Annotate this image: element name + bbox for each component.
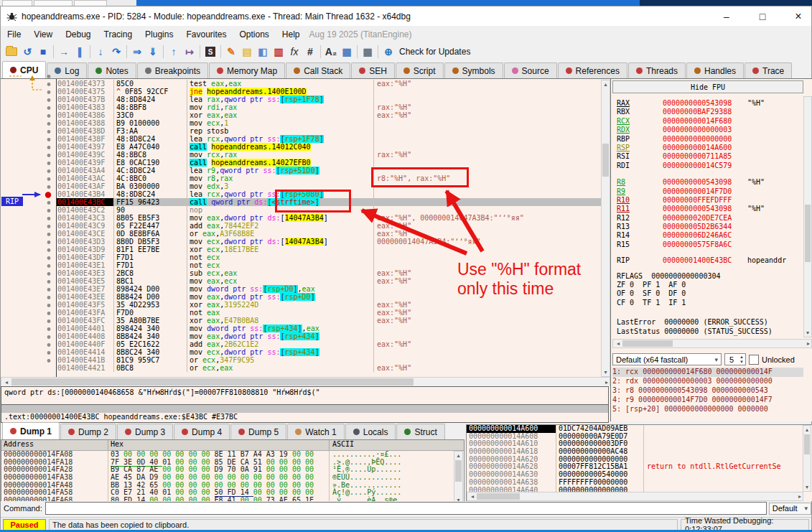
disasm-row[interactable]: 001400E439FE8 0CAC190call hopeanddreams.… [1, 159, 601, 167]
tab-handles[interactable]: Handles [686, 62, 744, 78]
register-flags-line[interactable]: OF 0 SF 0 DF 0 [617, 289, 805, 298]
dump-header-ascii[interactable]: ASCII [329, 440, 464, 450]
dump-vscrollbar[interactable]: ▴ ▾ [454, 451, 463, 505]
execute-return-icon[interactable]: ↑ [166, 45, 182, 59]
spinner-arrows-icon[interactable]: ▲▼ [738, 355, 745, 365]
register-row[interactable]: RSI0000000000711A85 [617, 152, 805, 161]
menu-item-view[interactable]: View [27, 27, 59, 42]
register-row[interactable]: R1000000000FFEFDFFF [617, 196, 805, 205]
disasm-row[interactable]: 001400E4388B9 0100000mov ecx,1 [1, 119, 601, 127]
bookmarks-icon[interactable]: ▥ [271, 45, 286, 59]
register-value[interactable]: 0000000020DE7CEA [663, 214, 747, 223]
disasm-row[interactable]: 001400E437B48:8D8424lea rax,qword ptr ss… [1, 95, 601, 103]
register-value[interactable]: 000000000014F680 [663, 117, 747, 126]
scroll-up-arrow[interactable]: ▴ [602, 80, 610, 88]
register-value[interactable]: 0000000000543098 [663, 205, 747, 213]
tab-log[interactable]: Log [47, 62, 87, 78]
minimize-button[interactable]: – [719, 11, 734, 22]
disasm-row[interactable]: 001400E4397E8 A47C040call hopeanddreams.… [1, 143, 601, 151]
tab-seh[interactable]: SEH [351, 62, 395, 78]
tab-struct[interactable]: Struct [396, 424, 444, 439]
scroll-left-arrow[interactable]: ◂ [469, 493, 476, 501]
tab-memory-map[interactable]: Memory Map [209, 62, 285, 78]
disasm-row[interactable]: 001400E43A44C:8D8C24lea r9,qword ptr ss:… [1, 167, 601, 174]
stack-vscroll-thumb[interactable] [804, 434, 810, 454]
info-pane-divider[interactable] [1, 405, 609, 413]
tab-symbols[interactable]: Symbols [444, 62, 503, 78]
calling-convention-select[interactable]: Default (x64 fastcall) ▾ [612, 353, 722, 365]
register-value[interactable]: 000000000014F7D0 [663, 187, 747, 196]
menu-item-options[interactable]: Options [233, 27, 275, 42]
disasm-row[interactable]: 001400E44148B8C24 340mov ecx,dword ptr s… [1, 348, 601, 356]
disasm-row[interactable]: 001400E43D981F1 EE7BExor ecx,18E17BEE [1, 246, 601, 253]
patches-icon[interactable]: ✎ [223, 45, 239, 59]
scroll-down-arrow[interactable]: ▾ [804, 329, 811, 337]
tab-locals[interactable]: Locals [345, 424, 396, 439]
registers-vscrollbar[interactable]: ▾ [803, 96, 812, 337]
tab-watch-1[interactable]: Watch 1 [287, 424, 345, 439]
step-over-icon[interactable]: ⇒ [129, 45, 145, 59]
dump-header-address[interactable]: Address [1, 440, 108, 450]
stack-hscroll-thumb[interactable] [477, 493, 520, 500]
register-flags-line[interactable]: LastError 00000000 (ERROR_SUCCESS) [617, 318, 805, 327]
close-button[interactable]: × [791, 10, 806, 23]
maximize-button[interactable]: □ [755, 11, 770, 22]
register-row[interactable]: RDI000000000014C579 [617, 162, 805, 170]
menu-item-help[interactable]: Help [276, 27, 307, 42]
scroll-up-arrow[interactable]: ▴ [454, 452, 462, 459]
tab-threads[interactable]: Threads [628, 62, 686, 78]
disasm-row[interactable]: 001400E4401898424 340mov dword ptr ss:[r… [1, 325, 601, 332]
disasm-row[interactable]: 001400E437385C0test eax,eaxeax:"%H" [1, 80, 601, 88]
register-row[interactable]: R80000000000543098"%H" [617, 178, 805, 187]
disasm-row[interactable]: 001400E44088B8424 340mov eax,dword ptr s… [1, 332, 601, 340]
menu-item-debug[interactable]: Debug [59, 27, 97, 42]
register-flags-line[interactable]: RFLAGS 0000000000000304 [617, 272, 805, 281]
register-row[interactable]: R120000000020DE7CEA [617, 214, 805, 223]
scroll-right-arrow[interactable]: ▸ [794, 493, 801, 501]
register-row[interactable]: R9000000000014F7D0 [617, 187, 805, 196]
register-flags-line[interactable]: LastStatus 00000000 (STATUS_SUCCESS) [617, 327, 805, 336]
register-row[interactable]: R14000000006D246A6C [617, 231, 805, 240]
disasm-row[interactable]: 001400E43FC35 A80B7BExor eax,E47B0BA8eax… [1, 317, 601, 325]
disasm-row[interactable]: 001400E438348:8BF8mov rdi,raxrax:"%H" [1, 103, 601, 111]
step-into-icon[interactable]: ↓ [93, 45, 108, 59]
register-value[interactable]: 0000000000543098 [663, 99, 747, 108]
register-value[interactable]: 0000000000543098 [663, 178, 747, 187]
run-user-code-icon[interactable]: ↦ [182, 45, 197, 59]
register-row[interactable]: RBP0000000000000000 [617, 135, 805, 144]
disasm-row[interactable]: 001400E438F48:8D8C24lea rcx,qword ptr ss… [1, 135, 601, 143]
register-value[interactable]: 0000000000000003 [663, 126, 747, 134]
arguments-list[interactable]: 1: rcx 000000000014F680 000000000014F2: … [612, 368, 803, 421]
command-input[interactable] [45, 502, 767, 515]
registers-hscrollbar[interactable]: ◂ ▸ [612, 339, 812, 348]
pause-icon[interactable]: ∥ [72, 45, 88, 59]
disasm-row[interactable]: 001400E441B81C9 959C7or ecx,347F9C95 [1, 356, 601, 364]
registers-vscroll-thumb[interactable] [805, 205, 811, 262]
disasm-row[interactable]: 001400E440F05 E2C1622add eax,2B62C1E2eax… [1, 340, 601, 348]
calculator-icon[interactable]: ▦ [360, 45, 375, 59]
register-row[interactable]: R13000000005D2B6344 [617, 223, 805, 231]
dump-pane[interactable]: Address Hex ASCII 000000000014FA0803 00 … [1, 439, 465, 505]
unlocked-checkbox[interactable] [749, 355, 759, 365]
register-row[interactable]: RIP00000001400E43BChopeanddr [617, 256, 805, 265]
register-flags-line[interactable]: ZF 0 PF 1 AF 0 [617, 281, 805, 289]
register-row[interactable]: RSP000000000014A600 [617, 144, 805, 152]
register-row[interactable]: RDX0000000000000003 [617, 126, 805, 134]
stack-hscrollbar[interactable]: ◂ ▸ [467, 492, 803, 501]
comments-icon[interactable]: ▤ [239, 45, 255, 59]
tab-dump-3[interactable]: Dump 3 [117, 424, 173, 439]
stack-pane[interactable]: 000000000014A60001DC74204AD09AEB00000000… [466, 424, 812, 502]
tab-call-stack[interactable]: Call Stack [286, 62, 350, 78]
scroll-left-arrow[interactable]: ◂ [615, 340, 622, 348]
argument-row[interactable]: 4: r9 000000000014F7D0 000000000014F7 [612, 396, 803, 405]
tab-script[interactable]: Script [396, 62, 444, 78]
disasm-vscroll-thumb[interactable] [602, 144, 609, 177]
register-row[interactable]: RBX00000000BAF29388 [617, 108, 805, 116]
menu-item-tracing[interactable]: Tracing [98, 27, 139, 42]
disasm-row[interactable]: 001400E439C48:8BC8mov rcx,raxrax:"%H" [1, 151, 601, 159]
title-bar[interactable]: hopeanddreams.exe - PID: 5284 - Module: … [1, 6, 811, 26]
register-value[interactable]: 000000000014A600 [663, 144, 747, 152]
tab-dump-4[interactable]: Dump 4 [174, 424, 230, 439]
hash-icon[interactable]: # [302, 45, 318, 59]
disasm-row[interactable]: 001400E44210BC8or ecx,eaxeax:"%H" [1, 364, 601, 372]
